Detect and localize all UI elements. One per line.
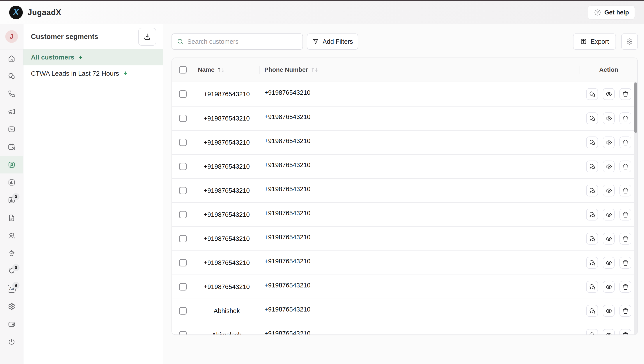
customers-table: Name Phone Number Action bbox=[171, 58, 638, 335]
row-checkbox[interactable] bbox=[179, 90, 187, 98]
rail-item-campaigns[interactable] bbox=[0, 102, 23, 120]
view-action-button[interactable] bbox=[603, 136, 615, 148]
analytics-icon bbox=[8, 178, 16, 186]
row-actions-cell bbox=[580, 88, 637, 100]
delete-action-button[interactable] bbox=[619, 209, 631, 220]
search-input[interactable] bbox=[187, 38, 298, 45]
chat-action-button[interactable] bbox=[586, 88, 598, 100]
view-action-button[interactable] bbox=[603, 112, 615, 124]
rail-item-logout[interactable] bbox=[0, 333, 23, 351]
segments-header: Customer segments bbox=[24, 24, 163, 49]
rail-item-advanced-analytics[interactable] bbox=[0, 191, 23, 209]
row-checkbox[interactable] bbox=[179, 259, 187, 266]
rail-item-settings[interactable] bbox=[0, 298, 23, 315]
chat-action-button[interactable] bbox=[586, 257, 598, 268]
chat-action-button[interactable] bbox=[586, 305, 598, 317]
chat-action-button[interactable] bbox=[586, 233, 598, 244]
row-checkbox[interactable] bbox=[179, 163, 187, 170]
delete-action-button[interactable] bbox=[619, 305, 631, 317]
get-help-button[interactable]: Get help bbox=[588, 6, 635, 20]
segment-item-ctwa-leads[interactable]: CTWA Leads in Last 72 Hours bbox=[24, 66, 163, 82]
view-action-button[interactable] bbox=[603, 88, 615, 100]
app-header: X JugaadX Get help bbox=[0, 0, 644, 24]
mail-icon bbox=[8, 125, 16, 133]
rail-item-analytics[interactable] bbox=[0, 174, 23, 191]
toolbar: Add Filters Export bbox=[171, 33, 638, 50]
row-actions-cell bbox=[580, 281, 637, 293]
chat-action-button[interactable] bbox=[586, 329, 598, 335]
delete-action-button[interactable] bbox=[619, 281, 631, 293]
row-checkbox[interactable] bbox=[179, 235, 187, 242]
view-action-button[interactable] bbox=[603, 184, 615, 196]
delete-action-button[interactable] bbox=[619, 257, 631, 268]
rail-item-home[interactable] bbox=[0, 50, 23, 67]
view-action-button[interactable] bbox=[603, 209, 615, 220]
view-action-button[interactable] bbox=[603, 329, 615, 335]
row-checkbox[interactable] bbox=[179, 331, 187, 335]
add-filters-button[interactable]: Add Filters bbox=[307, 34, 358, 50]
table-row: Abimelech +919876543210 bbox=[172, 323, 637, 335]
rail-item-typography[interactable]: Aa bbox=[0, 280, 23, 298]
view-action-button[interactable] bbox=[603, 160, 615, 172]
delete-action-button[interactable] bbox=[619, 136, 631, 148]
chat-icon bbox=[589, 115, 596, 122]
delete-action-button[interactable] bbox=[619, 329, 631, 335]
phone-sort-icon[interactable] bbox=[311, 67, 318, 72]
view-action-button[interactable] bbox=[603, 233, 615, 244]
chat-action-button[interactable] bbox=[586, 209, 598, 220]
chat-action-button[interactable] bbox=[586, 136, 598, 148]
funnel-icon bbox=[312, 38, 319, 45]
customer-name-cell: Abimelech bbox=[194, 332, 260, 335]
chat-action-button[interactable] bbox=[586, 184, 598, 196]
delete-action-button[interactable] bbox=[619, 160, 631, 172]
row-checkbox-cell bbox=[172, 331, 194, 335]
trash-icon bbox=[622, 187, 629, 194]
view-action-button[interactable] bbox=[603, 305, 615, 317]
delete-action-button[interactable] bbox=[619, 88, 631, 100]
rail-item-templates[interactable] bbox=[0, 209, 23, 226]
row-checkbox[interactable] bbox=[179, 114, 187, 122]
table-row: +919876543210 +919876543210 bbox=[172, 250, 637, 274]
eye-icon bbox=[605, 332, 612, 335]
eye-icon bbox=[605, 260, 612, 266]
user-avatar[interactable]: J bbox=[5, 30, 18, 43]
rail-item-chats[interactable] bbox=[0, 67, 23, 85]
row-checkbox[interactable] bbox=[179, 211, 187, 218]
rail-item-ai-agent[interactable] bbox=[0, 262, 23, 280]
rail-item-team[interactable] bbox=[0, 226, 23, 244]
view-action-button[interactable] bbox=[603, 281, 615, 293]
row-actions-cell bbox=[580, 233, 637, 244]
eye-icon bbox=[605, 91, 612, 98]
select-all-checkbox[interactable] bbox=[179, 66, 187, 74]
rail-item-wallet[interactable] bbox=[0, 315, 23, 333]
delete-action-button[interactable] bbox=[619, 112, 631, 124]
table-row: +919876543210 +919876543210 bbox=[172, 130, 637, 154]
delete-action-button[interactable] bbox=[619, 184, 631, 196]
segments-download-button[interactable] bbox=[138, 28, 156, 46]
row-checkbox[interactable] bbox=[179, 139, 187, 146]
rail-item-customers[interactable] bbox=[0, 156, 23, 174]
chat-action-button[interactable] bbox=[586, 281, 598, 293]
row-checkbox[interactable] bbox=[179, 283, 187, 290]
chat-action-button[interactable] bbox=[586, 160, 598, 172]
scrollbar-thumb[interactable] bbox=[634, 82, 637, 133]
row-checkbox[interactable] bbox=[179, 307, 187, 314]
export-button[interactable]: Export bbox=[573, 34, 616, 50]
row-checkbox[interactable] bbox=[179, 187, 187, 194]
segment-item-all-customers[interactable]: All customers bbox=[24, 49, 163, 66]
customer-name-cell: +919876543210 bbox=[194, 211, 260, 218]
rail-item-scheduler[interactable] bbox=[0, 138, 23, 156]
trash-icon bbox=[622, 284, 629, 290]
main-content: Add Filters Export Name bbox=[163, 24, 644, 364]
rail-item-inbox[interactable] bbox=[0, 120, 23, 138]
chat-action-button[interactable] bbox=[586, 112, 598, 124]
name-sort-icon[interactable] bbox=[218, 67, 225, 72]
view-action-button[interactable] bbox=[603, 257, 615, 268]
table-settings-button[interactable] bbox=[621, 34, 638, 50]
rail-item-chatbot[interactable] bbox=[0, 244, 23, 262]
delete-action-button[interactable] bbox=[619, 233, 631, 244]
rail-item-calls[interactable] bbox=[0, 85, 23, 102]
export-icon bbox=[580, 38, 587, 45]
segment-label: All customers bbox=[31, 54, 74, 61]
action-column-label: Action bbox=[599, 66, 618, 73]
